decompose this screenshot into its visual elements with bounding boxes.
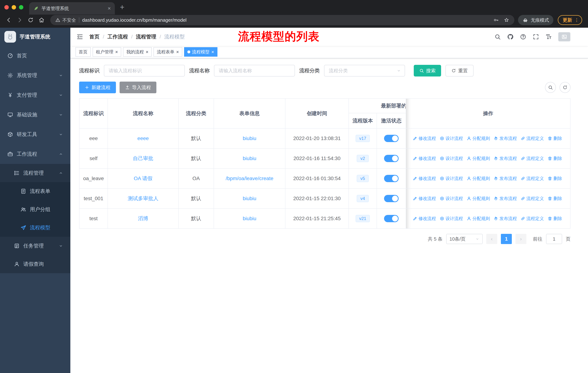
sidebar-item-task-management[interactable]: 任务管理	[0, 237, 70, 255]
version-badge[interactable]: v4	[357, 195, 368, 202]
row-action-edit[interactable]: 修改流程	[413, 156, 436, 161]
row-action-publish[interactable]: 发布流程	[494, 135, 517, 141]
address-bar[interactable]: 不安全 dashboard.yudao.iocoder.cn/bpm/manag…	[50, 15, 514, 25]
row-action-assign[interactable]: 分配规则	[467, 216, 490, 222]
version-badge[interactable]: v17	[356, 135, 370, 142]
row-action-assign[interactable]: 分配规则	[467, 196, 490, 202]
row-action-edit[interactable]: 修改流程	[413, 135, 436, 141]
sidebar-item-system[interactable]: 系统管理	[0, 66, 70, 85]
row-action-design[interactable]: 设计流程	[440, 176, 463, 181]
version-badge[interactable]: v21	[356, 215, 370, 222]
row-action-delete[interactable]: 删除	[547, 196, 562, 202]
row-action-publish[interactable]: 发布流程	[494, 156, 517, 161]
filter-name-input[interactable]	[214, 65, 295, 77]
user-avatar[interactable]	[558, 32, 570, 41]
new-tab-button[interactable]: +	[120, 3, 125, 11]
tab-close-icon[interactable]: ×	[106, 6, 112, 11]
active-toggle[interactable]	[384, 135, 399, 142]
version-badge[interactable]: v5	[357, 175, 368, 182]
next-page-button[interactable]: ›	[515, 234, 526, 244]
row-action-design[interactable]: 设计流程	[440, 156, 463, 161]
browser-tab[interactable]: 芋道管理系统 ×	[29, 2, 115, 15]
row-action-assign[interactable]: 分配规则	[467, 135, 490, 141]
toggle-search-button[interactable]	[545, 82, 556, 93]
process-name-link[interactable]: 测试多审批人	[128, 196, 158, 201]
github-icon[interactable]	[507, 33, 514, 40]
row-action-definition[interactable]: 流程定义	[521, 176, 544, 181]
fullscreen-icon[interactable]	[533, 33, 539, 40]
row-action-definition[interactable]: 流程定义	[521, 156, 544, 161]
version-badge[interactable]: v2	[357, 155, 368, 162]
sidebar-item-process-management[interactable]: 流程管理	[0, 164, 70, 182]
breadcrumb-item[interactable]: 工作流程	[107, 33, 128, 40]
row-action-definition[interactable]: 流程定义	[521, 196, 544, 202]
window-zoom-button[interactable]	[19, 5, 23, 10]
row-action-publish[interactable]: 发布流程	[494, 216, 517, 222]
tag-item[interactable]: 首页	[75, 47, 91, 57]
goto-page-input[interactable]	[546, 234, 562, 244]
row-action-design[interactable]: 设计流程	[440, 135, 463, 141]
browser-reload-button[interactable]	[26, 15, 36, 25]
row-action-delete[interactable]: 删除	[547, 216, 562, 222]
row-action-definition[interactable]: 流程定义	[521, 216, 544, 222]
tag-close-icon[interactable]: ×	[176, 50, 179, 54]
create-process-button[interactable]: 新建流程	[79, 81, 116, 93]
row-action-definition[interactable]: 流程定义	[521, 135, 544, 141]
process-name-link[interactable]: 滔博	[138, 216, 148, 221]
window-minimize-button[interactable]	[12, 5, 16, 10]
browser-forward-button[interactable]	[15, 15, 25, 25]
security-chip[interactable]: 不安全	[55, 17, 76, 23]
sidebar-item-leave-query[interactable]: 请假查询	[0, 255, 70, 273]
process-name-link[interactable]: eeee	[137, 135, 149, 141]
bookmark-star-icon[interactable]	[504, 17, 509, 23]
breadcrumb-item[interactable]: 首页	[89, 33, 100, 40]
prev-page-button[interactable]: ‹	[486, 234, 497, 244]
sidebar-item-process-form[interactable]: 流程表单	[0, 182, 70, 200]
active-toggle[interactable]	[384, 195, 399, 202]
password-key-icon[interactable]	[493, 17, 499, 23]
tag-close-icon[interactable]: ×	[146, 50, 148, 54]
page-size-select[interactable]: 10条/页	[446, 234, 483, 244]
row-action-publish[interactable]: 发布流程	[494, 176, 517, 181]
import-process-button[interactable]: 导入流程	[120, 81, 156, 93]
row-action-edit[interactable]: 修改流程	[413, 176, 436, 181]
row-action-design[interactable]: 设计流程	[440, 216, 463, 222]
form-info-link[interactable]: biubiu	[243, 156, 256, 161]
form-info-link[interactable]: /bpm/oa/leave/create	[226, 176, 273, 181]
active-toggle[interactable]	[384, 175, 399, 182]
row-action-delete[interactable]: 删除	[547, 156, 562, 161]
browser-home-button[interactable]	[36, 15, 47, 25]
browser-menu-icon[interactable]	[574, 17, 579, 23]
form-info-link[interactable]: biubiu	[243, 216, 256, 221]
refresh-table-button[interactable]	[560, 82, 570, 93]
tag-item[interactable]: 流程模型×	[184, 47, 217, 57]
font-size-icon[interactable]	[545, 33, 552, 40]
row-action-delete[interactable]: 删除	[547, 176, 562, 181]
row-action-design[interactable]: 设计流程	[440, 196, 463, 202]
row-action-publish[interactable]: 发布流程	[494, 196, 517, 202]
browser-back-button[interactable]	[4, 15, 14, 25]
search-button[interactable]: 搜索	[414, 65, 441, 77]
window-close-button[interactable]	[4, 5, 9, 10]
tag-close-icon[interactable]: ×	[211, 50, 214, 54]
sidebar-item-devtools[interactable]: 研发工具	[0, 125, 70, 144]
tag-item[interactable]: 我的流程×	[123, 47, 152, 57]
sidebar-collapse-icon[interactable]	[76, 33, 84, 40]
sidebar-item-workflow[interactable]: 工作流程	[0, 144, 70, 164]
filter-category-select[interactable]: 流程分类	[324, 65, 405, 77]
breadcrumb-item[interactable]: 流程管理	[136, 33, 156, 40]
row-action-delete[interactable]: 删除	[547, 135, 562, 141]
form-info-link[interactable]: biubiu	[243, 196, 256, 201]
active-toggle[interactable]	[384, 215, 399, 222]
row-action-assign[interactable]: 分配规则	[467, 176, 490, 181]
tag-item[interactable]: 流程表单×	[153, 47, 182, 57]
search-icon[interactable]	[494, 33, 501, 40]
filter-key-input[interactable]	[104, 65, 185, 77]
active-toggle[interactable]	[384, 155, 399, 162]
update-button[interactable]: 更新	[558, 15, 582, 25]
sidebar-item-user-group[interactable]: 用户分组	[0, 200, 70, 219]
row-action-edit[interactable]: 修改流程	[413, 216, 436, 222]
row-action-edit[interactable]: 修改流程	[413, 196, 436, 202]
form-info-link[interactable]: biubiu	[243, 135, 256, 141]
sidebar-item-infrastructure[interactable]: 基础设施	[0, 105, 70, 125]
